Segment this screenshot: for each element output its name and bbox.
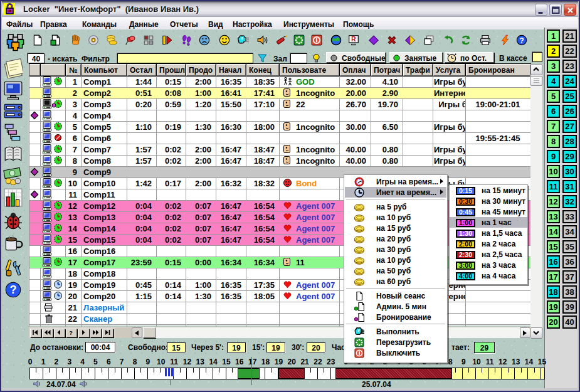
- svg-text:R: R: [351, 36, 356, 43]
- svg-text:?: ?: [69, 330, 73, 336]
- svg-text:?: ?: [519, 36, 524, 45]
- svg-text:?: ?: [9, 283, 16, 296]
